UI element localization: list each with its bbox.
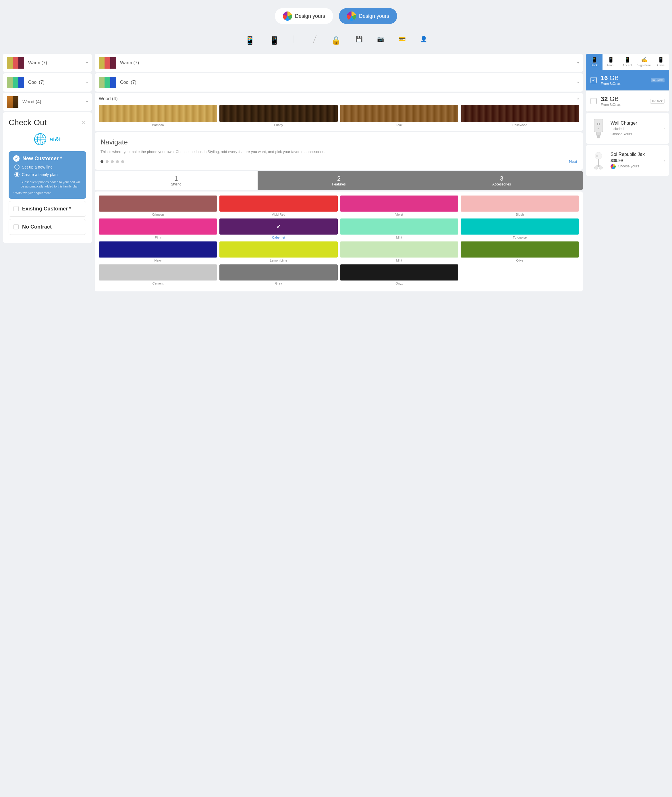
vivid-red-label: Vivid Red <box>219 213 338 216</box>
step-styling[interactable]: 1 Styling <box>95 171 258 190</box>
cool-c-swatch-3 <box>110 77 116 88</box>
icon-row: 📱 📱 ▏ ╱ 🔒 💾 📷 💳 👤 <box>0 30 672 54</box>
step-features[interactable]: 2 Features <box>258 171 421 190</box>
phone-type-front[interactable]: 📱 Front <box>603 54 619 70</box>
warm-center-header[interactable]: Warm (7) ▾ <box>95 54 583 72</box>
svg-text:M: M <box>598 128 599 129</box>
step1-number: 1 <box>98 175 255 182</box>
violet-swatch <box>340 195 458 212</box>
palette-vivid-red[interactable]: Vivid Red <box>219 195 338 216</box>
palette-lemon-lime[interactable]: Lemon Lime <box>219 241 338 262</box>
checkout-header: Check Out ✕ <box>9 118 86 127</box>
color-group-wood-header-left[interactable]: Wood (4) ▾ <box>3 93 92 111</box>
storage-16gb-info: 16 GB From $XX.xx <box>601 74 651 86</box>
wall-charger-item[interactable]: M Wall Charger Included Choose Yours › <box>586 113 669 144</box>
palette-blush[interactable]: Blush <box>461 195 579 216</box>
design-yours-btn-2[interactable]: Design yours <box>339 8 397 24</box>
logo-circle-2 <box>347 11 356 21</box>
color-group-warm-header-left[interactable]: Warm (7) ▾ <box>3 54 92 72</box>
palette-navy[interactable]: Navy <box>99 241 217 262</box>
dot-2[interactable] <box>106 160 109 163</box>
phone-icon-3[interactable]: ▏ <box>294 35 299 45</box>
cool-center-header[interactable]: Cool (7) ▾ <box>95 73 583 92</box>
svg-rect-5 <box>597 132 600 136</box>
radio-new-line[interactable] <box>14 165 19 170</box>
storage-32gb-label: 32 GB <box>601 95 650 103</box>
dot-3[interactable] <box>111 160 114 163</box>
radio-family[interactable] <box>14 172 19 177</box>
phone-icon-9[interactable]: 👤 <box>420 35 427 45</box>
bamboo-swatch <box>99 105 217 122</box>
palette-mint[interactable]: Mint <box>340 219 458 239</box>
no-contract-checkbox[interactable] <box>13 224 19 229</box>
wood-rosewood[interactable]: Rosewood <box>461 105 579 126</box>
radio-row-new-line[interactable]: Set up a new line <box>14 165 82 170</box>
phone-icon-5[interactable]: 🔒 <box>331 35 341 45</box>
crimson-label: Crimson <box>99 213 217 216</box>
existing-checkbox[interactable] <box>13 206 19 211</box>
design-btn2-label: Design yours <box>359 13 389 19</box>
phone-icon-4[interactable]: ╱ <box>312 35 317 45</box>
cabernet-swatch <box>219 219 338 235</box>
wood-expanded: Bamboo Ebony Teak Rosewood <box>95 105 583 131</box>
checkout-close-btn[interactable]: ✕ <box>81 119 86 126</box>
phone-icon-7[interactable]: 📷 <box>377 35 384 45</box>
sol-republic-action-label: Choose yours <box>618 164 639 168</box>
palette-cement[interactable]: Cement <box>99 264 217 285</box>
palette-cabernet[interactable]: Cabernet <box>219 219 338 239</box>
phone-icon-6[interactable]: 💾 <box>355 35 363 45</box>
palette-olive[interactable]: Olive <box>461 241 579 262</box>
dot-nav: Next <box>101 159 577 164</box>
wood-center-header[interactable]: Wood (4) ▾ <box>95 93 583 105</box>
palette-grey[interactable]: Grey <box>219 264 338 285</box>
next-button[interactable]: Next <box>569 159 577 164</box>
violet-label: Violet <box>340 213 458 216</box>
palette-mint-2[interactable]: Mint <box>340 241 458 262</box>
wood-ebony[interactable]: Ebony <box>219 105 338 126</box>
wood-bamboo[interactable]: Bamboo <box>99 105 217 126</box>
ebony-swatch <box>219 105 338 122</box>
storage-32gb[interactable]: 32 GB From $XX.xx In Stock <box>586 91 669 112</box>
phone-icon-1[interactable]: 📱 <box>245 35 255 45</box>
new-customer-option[interactable]: ✓ New Customer * Set up a new line Creat… <box>9 151 86 199</box>
phone-icon-2[interactable]: 📱 <box>269 35 279 45</box>
palette-pink[interactable]: Pink <box>99 219 217 239</box>
mint2-swatch <box>340 241 458 257</box>
phone-type-back[interactable]: 📱 Back <box>586 54 603 70</box>
dot-5[interactable] <box>121 160 124 163</box>
wood-teak[interactable]: Teak <box>340 105 458 126</box>
svg-point-14 <box>599 166 603 169</box>
palette-crimson[interactable]: Crimson <box>99 195 217 216</box>
palette-violet[interactable]: Violet <box>340 195 458 216</box>
design-yours-btn-1[interactable]: Design yours <box>275 8 333 24</box>
step2-number: 2 <box>261 175 418 182</box>
palette-onyx[interactable]: Onyx <box>340 264 458 285</box>
palette-turquoise[interactable]: Turquoise <box>461 219 579 239</box>
cool-center-swatches <box>99 77 116 88</box>
phone-icon-8[interactable]: 💳 <box>398 35 406 45</box>
svg-point-13 <box>594 166 598 169</box>
phone-type-accent[interactable]: 📱 Accent <box>619 54 635 70</box>
wood-swatch-1 <box>7 96 13 108</box>
color-group-cool-left: Cool (7) ▾ <box>3 73 92 92</box>
dot-1[interactable] <box>101 160 103 163</box>
crimson-swatch <box>99 195 217 212</box>
phone-type-signature[interactable]: ✍ Signature <box>635 54 653 70</box>
blush-label: Blush <box>461 213 579 216</box>
right-panel: 📱 Back 📱 Front 📱 Accent ✍ Signature 📱 Ca… <box>586 54 669 177</box>
step-accessories[interactable]: 3 Accessories <box>420 171 583 190</box>
no-contract-option[interactable]: No Contract <box>9 219 86 235</box>
radio-row-family[interactable]: Create a family plan <box>14 172 82 177</box>
existing-customer-option[interactable]: Existing Customer * <box>9 201 86 217</box>
cement-label: Cement <box>99 282 217 285</box>
palette-row-3: Navy Lemon Lime Mint Olive <box>99 241 579 262</box>
earphones-icon <box>590 150 607 171</box>
sol-republic-item[interactable]: Sol Republic Jax $39.99 Choose yours › <box>586 145 669 176</box>
phone-type-case[interactable]: 📱 Case <box>653 54 669 70</box>
teak-label: Teak <box>340 123 458 126</box>
color-group-cool-header-left[interactable]: Cool (7) ▾ <box>3 73 92 92</box>
storage-16gb[interactable]: ✓ 16 GB From $XX.xx In Stock <box>586 70 669 91</box>
signature-icon: ✍ <box>637 57 651 63</box>
dot-4[interactable] <box>116 160 119 163</box>
main-content: Warm (7) ▾ Cool (7) ▾ <box>0 54 672 291</box>
